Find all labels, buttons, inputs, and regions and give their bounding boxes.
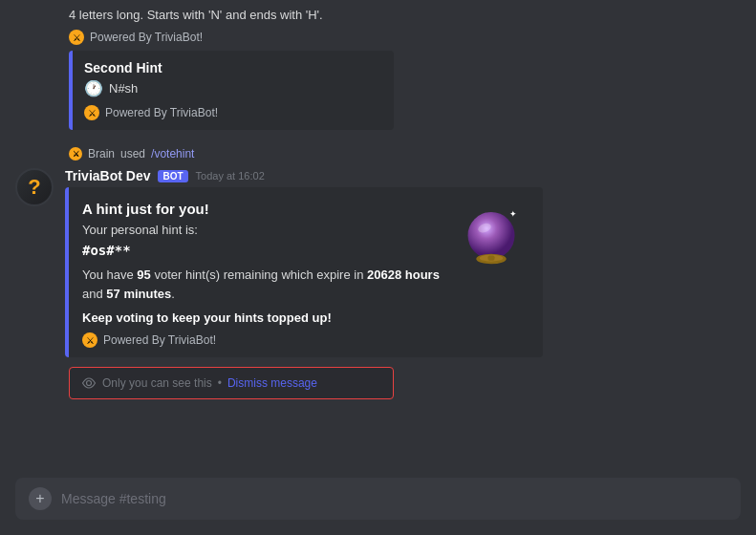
dismiss-message-row: Only you can see this • Dismiss message — [69, 367, 394, 399]
svg-point-7 — [87, 381, 92, 386]
dismiss-only-you-text: Only you can see this — [102, 376, 212, 390]
add-attachment-button[interactable]: + — [29, 487, 52, 510]
crystal-ball-image: ✦ ✦ — [453, 201, 529, 277]
second-hint-title: Second Hint — [84, 60, 382, 75]
hint-embed-code: #os#** — [82, 243, 442, 258]
command-user: Brain — [88, 147, 115, 160]
eye-icon — [81, 375, 97, 391]
second-hint-embed: Second Hint 🕐 N#sh ⚔ Powered By TriviaBo… — [69, 51, 394, 130]
dismiss-link[interactable]: Dismiss message — [227, 376, 317, 390]
hint-footer-text: Powered By TriviaBot! — [103, 333, 216, 347]
message-timestamp: Today at 16:02 — [196, 170, 265, 182]
message-header: TriviaBot Dev BOT Today at 16:02 — [65, 168, 741, 183]
bot-username: TriviaBot Dev — [65, 168, 150, 183]
bot-message-row: TriviaBot Dev BOT Today at 16:02 A hint … — [15, 168, 741, 357]
message-input[interactable]: Message #testing — [61, 491, 166, 506]
hint-embed: A hint just for you! Your personal hint … — [65, 187, 543, 357]
avatar — [15, 168, 54, 206]
second-hint-footer-text: Powered By TriviaBot! — [105, 106, 218, 119]
command-name: /votehint — [151, 147, 194, 160]
svg-rect-6 — [488, 256, 495, 261]
command-action: used — [120, 147, 145, 160]
trivia-icon-hint: ⚔ — [82, 332, 97, 348]
command-line: ⚔ Brain used /votehint — [69, 147, 741, 160]
slash-command-icon: ⚔ — [69, 147, 82, 160]
partial-hint-text: 4 letters long. Starts with 'N' and ends… — [69, 8, 741, 22]
hint-embed-title: A hint just for you! — [82, 201, 442, 217]
partial-footer: ⚔ Powered By TriviaBot! — [69, 30, 741, 45]
message-content: TriviaBot Dev BOT Today at 16:02 A hint … — [65, 168, 741, 357]
svg-text:✦: ✦ — [509, 209, 517, 219]
message-input-bar[interactable]: + Message #testing — [15, 478, 741, 520]
hint-embed-subtitle: Your personal hint is: — [82, 223, 442, 237]
trivia-icon-partial: ⚔ — [69, 30, 84, 45]
dismiss-separator: • — [218, 376, 222, 390]
second-hint-footer: ⚔ Powered By TriviaBot! — [84, 105, 382, 120]
hint-embed-cta: Keep voting to keep your hints topped up… — [82, 310, 442, 325]
second-hint-value: 🕐 N#sh — [84, 79, 382, 97]
svg-point-2 — [468, 212, 515, 259]
trivia-icon-second: ⚔ — [84, 105, 99, 120]
partial-footer-text: Powered By TriviaBot! — [90, 31, 203, 44]
hint-embed-body: You have 95 voter hint(s) remaining whic… — [82, 266, 442, 303]
hint-embed-text: A hint just for you! Your personal hint … — [82, 201, 442, 348]
hint-embed-footer: ⚔ Powered By TriviaBot! — [82, 332, 442, 348]
bot-badge: BOT — [158, 170, 187, 182]
